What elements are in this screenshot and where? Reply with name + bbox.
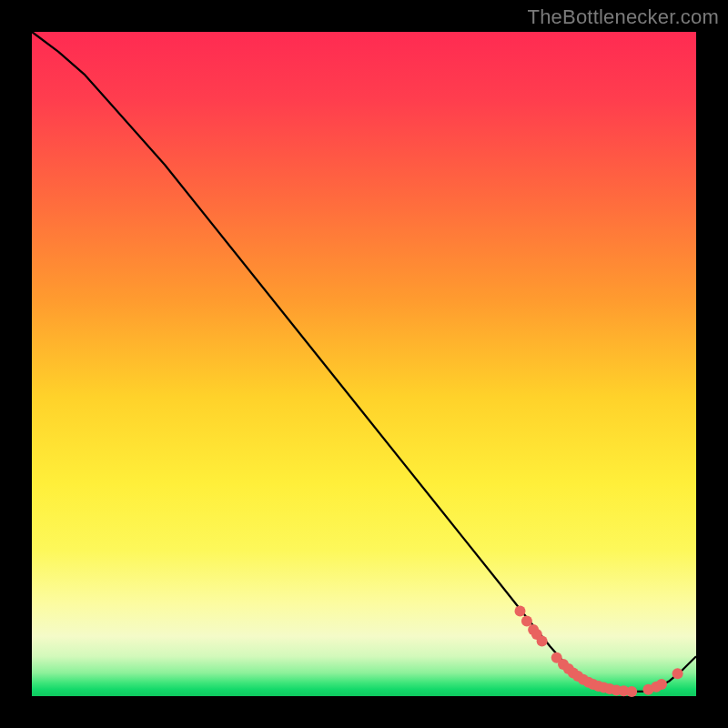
chart-svg bbox=[32, 32, 696, 696]
watermark-text: TheBottlenecker.com bbox=[528, 5, 719, 29]
chart-frame: TheBottlenecker.com bbox=[0, 0, 728, 728]
highlight-dot bbox=[656, 679, 667, 690]
highlight-dot bbox=[537, 635, 548, 646]
highlight-dot bbox=[515, 606, 526, 617]
plot-area bbox=[32, 32, 696, 696]
highlight-dot bbox=[626, 686, 637, 697]
highlight-dots-group bbox=[515, 606, 683, 697]
bottleneck-curve bbox=[32, 32, 696, 692]
highlight-dot bbox=[672, 668, 683, 679]
highlight-dot bbox=[521, 616, 532, 627]
